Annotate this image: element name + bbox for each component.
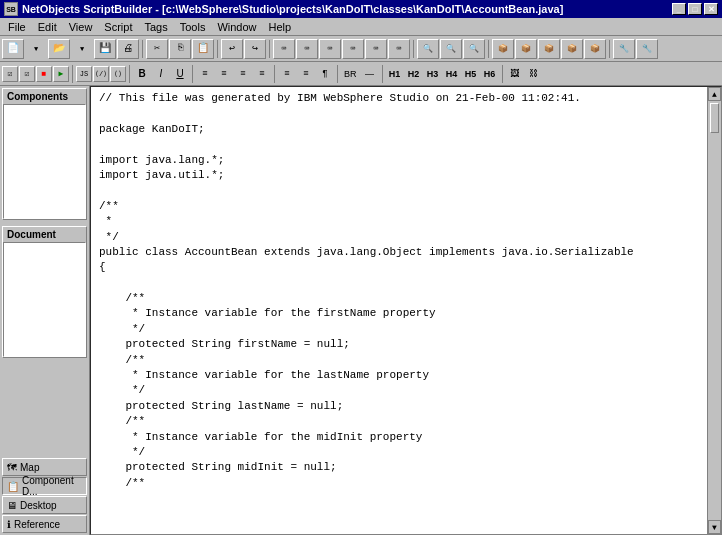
tool10-button[interactable]: 📦 — [492, 39, 514, 59]
tool2-button[interactable]: ⌨ — [296, 39, 318, 59]
checkbox1-button[interactable]: ☑ — [2, 66, 18, 82]
para-button[interactable]: ¶ — [316, 65, 334, 83]
menu-view[interactable]: View — [63, 19, 99, 35]
ol-button[interactable]: ≡ — [278, 65, 296, 83]
h1-button[interactable]: H1 — [386, 65, 404, 83]
map-button[interactable]: 🗺 Map — [2, 458, 87, 476]
tool8-button[interactable]: 🔍 — [440, 39, 462, 59]
tool16-icon: 🔧 — [642, 44, 652, 53]
open-dropdown-button[interactable]: ▼ — [71, 39, 93, 59]
tool5-button[interactable]: ⌨ — [365, 39, 387, 59]
undo-button[interactable]: ↩ — [221, 39, 243, 59]
tool12-button[interactable]: 📦 — [538, 39, 560, 59]
justify-button[interactable]: ≡ — [253, 65, 271, 83]
tool6-icon: ⌨ — [397, 44, 402, 53]
italic-button[interactable]: I — [152, 65, 170, 83]
bold-button[interactable]: B — [133, 65, 151, 83]
align-right-button[interactable]: ≡ — [234, 65, 252, 83]
print-button[interactable]: 🖨 — [117, 39, 139, 59]
align-center-button[interactable]: ≡ — [215, 65, 233, 83]
title-bar: SB NetObjects ScriptBuilder - [c:\WebSph… — [0, 0, 722, 18]
tool5-icon: ⌨ — [374, 44, 379, 53]
separator1 — [142, 40, 143, 58]
scroll-down-button[interactable]: ▼ — [708, 520, 721, 534]
title-bar-controls[interactable]: _ □ ✕ — [672, 3, 718, 15]
tool15-icon: 🔧 — [619, 44, 629, 53]
fmt-sep3 — [192, 65, 193, 83]
desktop-button[interactable]: 🖥 Desktop — [2, 496, 87, 514]
fmt-sep6 — [382, 65, 383, 83]
desktop-icon: 🖥 — [7, 500, 17, 511]
menu-tags[interactable]: Tags — [138, 19, 173, 35]
sidebar-spacer — [0, 360, 89, 456]
stop-button[interactable]: ■ — [36, 66, 52, 82]
tool16-button[interactable]: 🔧 — [636, 39, 658, 59]
new-dropdown-button[interactable]: ▼ — [25, 39, 47, 59]
tool9-button[interactable]: 🔍 — [463, 39, 485, 59]
hr-button[interactable]: — — [361, 65, 379, 83]
open-button[interactable]: 📂 — [48, 39, 70, 59]
ul-button[interactable]: ≡ — [297, 65, 315, 83]
tool1-button[interactable]: ⌨ — [273, 39, 295, 59]
scroll-track — [708, 101, 721, 520]
menu-tools[interactable]: Tools — [174, 19, 212, 35]
menu-script[interactable]: Script — [98, 19, 138, 35]
tool14-button[interactable]: 📦 — [584, 39, 606, 59]
br-button[interactable]: BR — [341, 65, 360, 83]
h6-button[interactable]: H6 — [481, 65, 499, 83]
menu-window[interactable]: Window — [211, 19, 262, 35]
checkbox2-button[interactable]: ☑ — [19, 66, 35, 82]
script-btn1[interactable]: JS — [76, 66, 92, 82]
redo-button[interactable]: ↪ — [244, 39, 266, 59]
format-toolbar: ☑ ☑ ■ ▶ JS ⟨/⟩ ⟨⟩ B I U ≡ ≡ ≡ ≡ ≡ ≡ ¶ BR… — [0, 62, 722, 86]
h4-button[interactable]: H4 — [443, 65, 461, 83]
vertical-scrollbar[interactable]: ▲ ▼ — [707, 87, 721, 534]
main-area: Components Document 🗺 Map 📋 Component D.… — [0, 86, 722, 535]
script-btn2[interactable]: ⟨/⟩ — [93, 66, 109, 82]
scroll-thumb[interactable] — [710, 103, 719, 133]
tool4-button[interactable]: ⌨ — [342, 39, 364, 59]
reference-button[interactable]: ℹ Reference — [2, 515, 87, 533]
tool7-icon: 🔍 — [423, 44, 433, 53]
menu-file[interactable]: File — [2, 19, 32, 35]
close-button[interactable]: ✕ — [704, 3, 718, 15]
h5-button[interactable]: H5 — [462, 65, 480, 83]
underline-button[interactable]: U — [171, 65, 189, 83]
menu-help[interactable]: Help — [263, 19, 298, 35]
document-label: Document — [3, 227, 86, 242]
maximize-button[interactable]: □ — [688, 3, 702, 15]
link-button[interactable]: ⛓ — [525, 65, 543, 83]
fmt-sep1 — [72, 65, 73, 83]
menu-edit[interactable]: Edit — [32, 19, 63, 35]
dropdown-arrow-icon: ▼ — [34, 45, 38, 53]
tool15-button[interactable]: 🔧 — [613, 39, 635, 59]
minimize-button[interactable]: _ — [672, 3, 686, 15]
cut-button[interactable]: ✂ — [146, 39, 168, 59]
script-btn3[interactable]: ⟨⟩ — [110, 66, 126, 82]
fmt-sep5 — [337, 65, 338, 83]
img-button[interactable]: 🖼 — [506, 65, 524, 83]
component-button[interactable]: 📋 Component D... — [2, 477, 87, 495]
tool7-button[interactable]: 🔍 — [417, 39, 439, 59]
stop-icon: ■ — [42, 69, 47, 78]
new-button[interactable]: 📄 — [2, 39, 24, 59]
script3-icon: ⟨⟩ — [114, 70, 122, 78]
editor-area: // This file was generated by IBM WebSph… — [90, 86, 722, 535]
copy-button[interactable]: ⎘ — [169, 39, 191, 59]
scroll-up-button[interactable]: ▲ — [708, 87, 721, 101]
print-icon: 🖨 — [123, 44, 133, 54]
h2-button[interactable]: H2 — [405, 65, 423, 83]
script2-icon: ⟨/⟩ — [95, 70, 108, 78]
document-panel: Document — [2, 226, 87, 358]
align-left-button[interactable]: ≡ — [196, 65, 214, 83]
save-button[interactable]: 💾 — [94, 39, 116, 59]
h3-button[interactable]: H3 — [424, 65, 442, 83]
play-button[interactable]: ▶ — [53, 66, 69, 82]
tool3-button[interactable]: ⌨ — [319, 39, 341, 59]
code-editor[interactable]: // This file was generated by IBM WebSph… — [91, 87, 721, 534]
play-icon: ▶ — [59, 69, 64, 78]
tool13-button[interactable]: 📦 — [561, 39, 583, 59]
tool11-button[interactable]: 📦 — [515, 39, 537, 59]
tool6-button[interactable]: ⌨ — [388, 39, 410, 59]
paste-button[interactable]: 📋 — [192, 39, 214, 59]
